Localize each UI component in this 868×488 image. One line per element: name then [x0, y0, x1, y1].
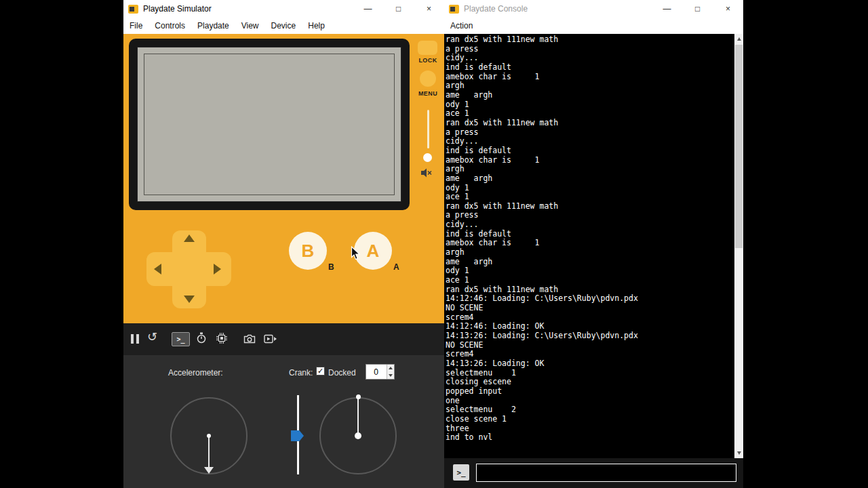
- console-line: ind is default: [446, 230, 734, 239]
- simulator-controls-panel: Accelerometer: Crank: ✓ Docked: [123, 355, 444, 488]
- menu-item[interactable]: View: [235, 18, 265, 34]
- console-line: ind is default: [446, 63, 734, 73]
- console-line: ind to nvl: [446, 433, 734, 443]
- console-line: argh: [446, 248, 734, 258]
- dpad-right-arrow-icon[interactable]: [214, 264, 221, 274]
- screenshot-camera-icon[interactable]: [243, 334, 256, 346]
- crank-center-dot: [355, 432, 361, 439]
- down-arrow-icon: [737, 451, 741, 455]
- console-line: 14:12:46: Loading: C:\Users\Ruby\pdvn.pd…: [446, 294, 734, 304]
- mute-speaker-icon[interactable]: [420, 167, 433, 181]
- playdate-app-icon: [449, 5, 459, 14]
- tilt-slider-handle[interactable]: [291, 430, 304, 441]
- menu-item[interactable]: Action: [444, 18, 479, 34]
- minimize-button[interactable]: —: [353, 0, 383, 18]
- accelerometer-needle: [208, 436, 210, 468]
- console-line: popped input: [446, 387, 734, 396]
- maximize-button[interactable]: □: [383, 0, 414, 18]
- a-button-caption: A: [393, 262, 399, 272]
- console-line: selectmenu 2: [446, 405, 734, 415]
- console-line: closing escene: [446, 378, 734, 387]
- console-menubar: Action: [444, 18, 743, 34]
- console-line: ody 1: [446, 184, 734, 193]
- console-line: screm4: [446, 313, 734, 323]
- scrollbar-thumb[interactable]: [735, 45, 743, 248]
- checkmark-icon: ✓: [317, 367, 323, 375]
- console-line: one: [446, 396, 734, 406]
- menu-button[interactable]: [420, 70, 436, 87]
- dpad-down-arrow-icon[interactable]: [184, 296, 195, 303]
- console-command-input[interactable]: [476, 464, 736, 482]
- rotate-icon[interactable]: ↺: [147, 331, 157, 343]
- menu-item[interactable]: Controls: [149, 18, 191, 34]
- console-line: a press: [446, 45, 734, 54]
- dpad-left-arrow-icon[interactable]: [154, 264, 161, 274]
- console-line: ame argh: [446, 174, 734, 184]
- console-line: ame argh: [446, 258, 734, 267]
- simulator-toolbar: ↺ >_: [123, 323, 444, 355]
- device-chip-icon[interactable]: [216, 333, 227, 346]
- volume-slider-track[interactable]: [427, 110, 429, 148]
- console-line: ace 1: [446, 192, 734, 202]
- device-screen-bezel: [129, 39, 410, 210]
- up-arrow-icon: [389, 367, 393, 369]
- dpad-up-arrow-icon[interactable]: [184, 235, 195, 242]
- menu-item[interactable]: Help: [302, 18, 331, 34]
- b-button-caption: B: [328, 262, 334, 272]
- console-line: ace 1: [446, 109, 734, 119]
- lock-button[interactable]: [418, 41, 437, 55]
- console-input-bar: >_: [444, 458, 743, 488]
- minimize-button[interactable]: —: [652, 0, 682, 18]
- down-arrow-icon: [389, 374, 393, 377]
- scrollbar-down-button[interactable]: [734, 448, 743, 458]
- screen-record-icon[interactable]: [264, 334, 277, 346]
- console-line: cidy...: [446, 54, 734, 63]
- console-line: ind is default: [446, 146, 734, 156]
- close-button[interactable]: ×: [414, 0, 444, 18]
- console-line: ody 1: [446, 266, 734, 276]
- console-line: amebox char is 1: [446, 239, 734, 248]
- console-line: close scene 1: [446, 415, 734, 424]
- console-line: NO SCENE: [446, 304, 734, 313]
- simulator-menubar: FileControlsPlaydateViewDeviceHelp: [123, 18, 444, 34]
- spinner-up-button[interactable]: [387, 365, 394, 372]
- menu-item[interactable]: Device: [265, 18, 302, 34]
- scrollbar-up-button[interactable]: [734, 34, 743, 44]
- accelerometer-label: Accelerometer:: [168, 368, 223, 378]
- mouse-cursor-icon: [351, 246, 361, 263]
- console-log-lines: ran dx5 with 111new matha presscidy...in…: [446, 35, 734, 458]
- simulator-window-title: Playdate Simulator: [143, 4, 353, 14]
- console-line: ody 1: [446, 100, 734, 110]
- scrollbar[interactable]: [734, 34, 743, 458]
- console-line: ran dx5 with 111new math: [446, 285, 734, 295]
- console-line: three: [446, 424, 734, 434]
- console-line: screm4: [446, 350, 734, 359]
- maximize-button[interactable]: □: [682, 0, 713, 18]
- docked-checkbox[interactable]: ✓: [316, 367, 325, 375]
- close-button[interactable]: ×: [713, 0, 743, 18]
- accelerometer-center-dot: [207, 434, 211, 438]
- console-line: cidy...: [446, 220, 734, 230]
- stopwatch-icon[interactable]: [196, 332, 207, 346]
- console-toggle-button[interactable]: >_: [172, 332, 190, 346]
- console-line: amebox char is 1: [446, 73, 734, 82]
- console-window: Playdate Console — □ × Action ran dx5 wi…: [444, 0, 743, 488]
- console-window-title: Playdate Console: [464, 4, 652, 14]
- b-button[interactable]: B: [289, 232, 327, 270]
- console-line: 14:12:46: Loading: OK: [446, 322, 734, 331]
- console-line: NO SCENE: [446, 341, 734, 350]
- pause-icon[interactable]: [131, 334, 139, 344]
- console-log-area: ran dx5 with 111new matha presscidy...in…: [444, 34, 743, 458]
- device-screen: [137, 47, 401, 202]
- crank-handle-dot[interactable]: [356, 394, 361, 399]
- menu-item[interactable]: Playdate: [191, 18, 235, 34]
- console-line: ace 1: [446, 276, 734, 285]
- console-line: selectmenu 1: [446, 369, 734, 378]
- volume-slider-knob[interactable]: [423, 153, 432, 162]
- console-line: amebox char is 1: [446, 156, 734, 165]
- console-line: 14:13:26: Loading: C:\Users\Ruby\pdvn.pd…: [446, 331, 734, 341]
- console-line: 14:13:26: Loading: OK: [446, 359, 734, 369]
- spinner-down-button[interactable]: [387, 372, 394, 380]
- accelerometer-needle-arrow-icon: [204, 467, 214, 474]
- menu-item[interactable]: File: [123, 18, 149, 34]
